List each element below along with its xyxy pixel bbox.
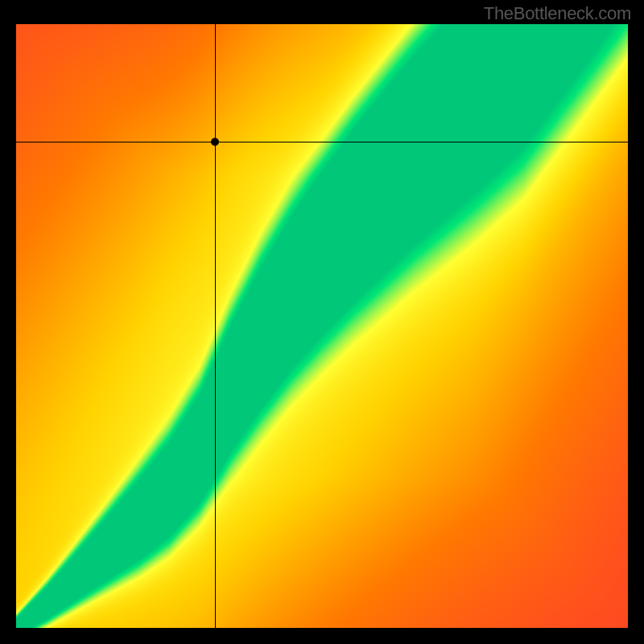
- heatmap-plot: [16, 24, 628, 628]
- attribution-text: TheBottleneck.com: [484, 3, 631, 24]
- heatmap-canvas: [16, 24, 628, 628]
